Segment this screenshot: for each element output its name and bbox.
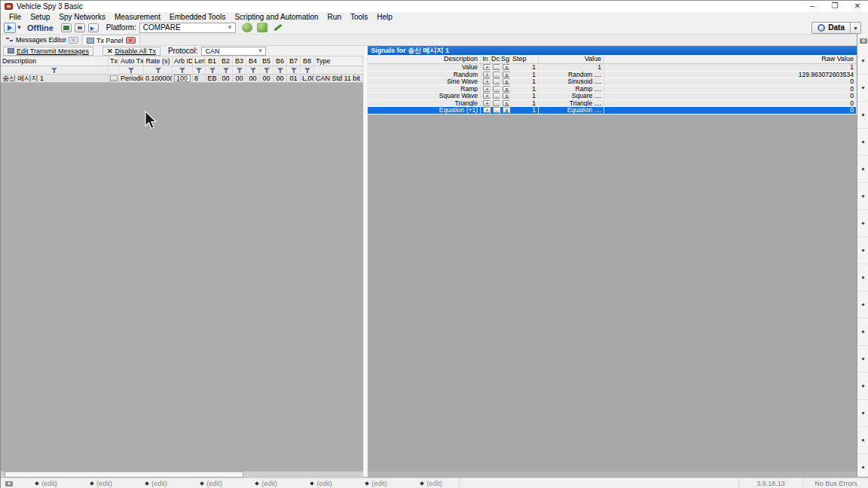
edit-transmit-messages-button[interactable]: Edit Transmit Messages <box>3 47 93 56</box>
platform-select[interactable]: COMPARE ▼ <box>139 23 236 33</box>
menu-help[interactable]: Help <box>372 13 397 21</box>
edit-slot[interactable]: (edit) <box>404 480 459 487</box>
close-button[interactable]: ✕ <box>846 1 868 12</box>
auto-tx-cell[interactable]: Periodic On/ <box>119 75 144 82</box>
col-value[interactable]: Value <box>539 55 604 63</box>
filter-icon[interactable] <box>155 68 161 73</box>
message-description[interactable]: 송신 메시지 1 <box>1 75 108 82</box>
signal-row-sine-wave[interactable]: Sine Wave + - s 1 Sinusoid .... 0 <box>368 78 857 86</box>
increment-button[interactable]: + <box>483 100 491 106</box>
byte-b8-cell[interactable]: L,00 <box>301 75 314 82</box>
decrement-button[interactable]: - <box>493 86 500 92</box>
minimize-button[interactable]: – <box>801 1 824 12</box>
tx-checkbox[interactable] <box>110 75 118 81</box>
byte-b1-cell[interactable]: EB <box>206 75 219 82</box>
col-in[interactable]: In <box>481 55 491 63</box>
increment-button[interactable]: + <box>483 86 491 92</box>
col-arb-id[interactable]: Arb ID <box>173 56 193 66</box>
menu-scripting-automation[interactable]: Scripting and Automation <box>230 13 322 21</box>
increment-button[interactable]: + <box>483 72 491 78</box>
tab-messages-editor[interactable]: Messages Editor ✕ <box>2 35 82 45</box>
filter-icon[interactable] <box>277 68 283 73</box>
edit-slot[interactable]: (edit) <box>19 480 74 487</box>
menu-setup[interactable]: Setup <box>26 13 54 21</box>
increment-button[interactable]: + <box>483 78 491 84</box>
network-icon[interactable] <box>242 23 252 32</box>
increment-button[interactable]: + <box>483 64 491 70</box>
len-cell[interactable]: 8 <box>193 75 206 82</box>
rate-cell[interactable]: 0.100000 <box>144 75 173 82</box>
col-b3[interactable]: B3 <box>233 56 246 66</box>
decrement-button[interactable]: - <box>493 64 500 70</box>
signal-row-random[interactable]: Random + - s 1 Random .... 129.963072603… <box>368 72 857 79</box>
filter-icon[interactable] <box>128 68 134 73</box>
restore-button[interactable]: ❐ <box>824 1 846 12</box>
capture-icon[interactable] <box>75 23 85 32</box>
decrement-button[interactable]: - <box>493 78 500 84</box>
filter-icon[interactable] <box>51 68 57 73</box>
horizontal-scrollbar[interactable] <box>1 471 363 477</box>
col-type[interactable]: Type <box>314 56 363 66</box>
filter-icon[interactable] <box>223 68 229 73</box>
decrement-button[interactable]: - <box>493 72 500 78</box>
signal-row-triangle[interactable]: Triangle + - s 1 Triangle .... 0 <box>368 100 857 108</box>
byte-b5-cell[interactable]: 00 <box>260 75 274 82</box>
filter-icon[interactable] <box>304 68 310 73</box>
col-b8[interactable]: B8 <box>301 56 314 66</box>
menu-embedded-tools[interactable]: Embedded Tools <box>165 13 230 21</box>
filter-icon[interactable] <box>264 68 270 73</box>
step-button[interactable]: s <box>503 93 510 99</box>
edit-slot[interactable]: (edit) <box>239 480 294 487</box>
increment-button[interactable]: + <box>483 107 491 113</box>
filter-icon[interactable] <box>179 68 185 73</box>
col-b2[interactable]: B2 <box>219 56 233 66</box>
decrement-button[interactable]: - <box>493 93 500 99</box>
edit-slot[interactable]: (edit) <box>294 480 349 487</box>
col-description[interactable]: Description <box>1 56 108 66</box>
filter-icon[interactable] <box>237 68 243 73</box>
edit-slot[interactable]: (edit) <box>349 480 404 487</box>
camera-icon[interactable] <box>5 481 13 486</box>
step-button[interactable]: s <box>503 100 510 106</box>
edit-slot[interactable]: (edit) <box>184 480 239 487</box>
messages-view-icon[interactable] <box>61 23 72 32</box>
col-b7[interactable]: B7 <box>287 56 301 66</box>
col-step[interactable]: Step <box>510 55 539 63</box>
filter-icon[interactable] <box>196 68 202 73</box>
col-b5[interactable]: B5 <box>260 56 274 66</box>
decrement-button[interactable]: - <box>493 100 500 106</box>
col-b4[interactable]: B4 <box>246 56 260 66</box>
byte-b7-cell[interactable]: 01 <box>287 75 301 82</box>
byte-b6-cell[interactable]: 00 <box>274 75 287 82</box>
close-tab-icon[interactable]: ✕ <box>126 37 136 44</box>
menu-measurement[interactable]: Measurement <box>110 13 165 21</box>
step-button[interactable]: s <box>503 72 510 78</box>
filter-icon[interactable] <box>291 68 297 73</box>
col-sg[interactable]: Sg <box>500 55 510 63</box>
col-auto-tx[interactable]: Auto Tx <box>119 56 144 66</box>
tx-message-row[interactable]: 송신 메시지 1 Periodic On/ 0.100000 100 8 EB … <box>1 75 363 83</box>
disable-all-tx-button[interactable]: ✕ Disable All Tx <box>102 47 160 56</box>
byte-b3-cell[interactable]: 00 <box>233 75 246 82</box>
run-mode-caret-icon[interactable]: ▼ <box>16 24 23 31</box>
step-button[interactable]: s <box>503 107 510 113</box>
col-tx[interactable]: Tx <box>108 56 119 66</box>
camera-icon[interactable] <box>860 38 867 44</box>
scrollbar-thumb[interactable] <box>5 471 243 477</box>
edit-slot[interactable]: (edit) <box>74 480 129 487</box>
run-play-button[interactable] <box>4 23 16 33</box>
col-dc[interactable]: Dc <box>491 55 500 63</box>
filter-icon[interactable] <box>250 68 256 73</box>
byte-b2-cell[interactable]: 00 <box>219 75 233 82</box>
byte-b4-cell[interactable]: 00 <box>246 75 260 82</box>
step-button[interactable]: s <box>503 78 510 84</box>
data-button[interactable]: Data <box>811 22 851 34</box>
signal-row-equation[interactable]: Equation (+1) + - s 1 Equation .... 0 <box>368 107 857 114</box>
step-button[interactable]: s <box>503 64 510 70</box>
platform-run-icon[interactable] <box>88 23 99 32</box>
col-rate[interactable]: Rate (s) <box>144 56 173 66</box>
signal-row-square-wave[interactable]: Square Wave + - s 1 Square .... 0 <box>368 93 857 100</box>
arb-id-input[interactable]: 100 <box>174 75 191 82</box>
menu-spy-networks[interactable]: Spy Networks <box>54 13 110 21</box>
edit-slot[interactable]: (edit) <box>129 480 184 487</box>
